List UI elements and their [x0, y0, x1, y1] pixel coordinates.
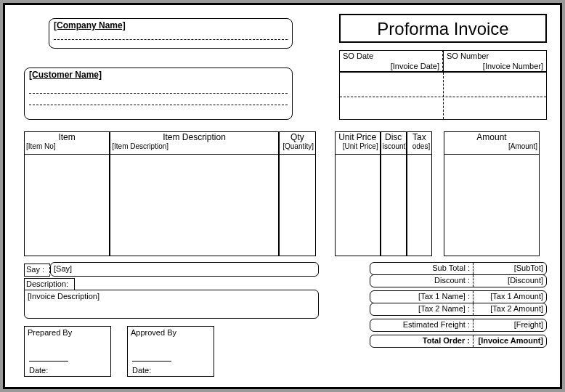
so-date-field: [Invoice Date]	[391, 62, 439, 70]
col-tax-field: odes]	[409, 142, 431, 150]
freight-label: Estimated Freight :	[370, 319, 473, 331]
signature-line	[29, 361, 68, 362]
divider	[340, 97, 546, 97]
col-amount-field: [Amount]	[446, 142, 537, 150]
so-header-row[interactable]: SO Date [Invoice Date] SO Number [Invoic…	[339, 50, 547, 72]
col-amount-header: Amount	[444, 132, 539, 142]
discount-value: [Discount]	[473, 275, 546, 287]
so-detail-grid[interactable]	[339, 72, 547, 120]
invoice-title[interactable]: Proforma Invoice	[339, 14, 547, 43]
divider	[29, 93, 288, 94]
divider	[443, 73, 444, 119]
so-number-field: [Invoice Number]	[483, 62, 543, 70]
tax2-label: [Tax 2 Name] :	[370, 303, 473, 315]
report-designer-canvas[interactable]: [Company Name] Proforma Invoice [Custome…	[0, 0, 565, 392]
so-number-header: SO Number	[447, 52, 489, 60]
customer-name-box[interactable]: [Customer Name]	[24, 68, 293, 120]
date-label: Date:	[132, 366, 151, 375]
total-order-label: Total Order :	[370, 335, 473, 347]
freight-value: [Freight]	[473, 319, 546, 331]
col-desc-header: Item Description	[110, 132, 278, 142]
prepared-by-label: Prepared By	[28, 328, 72, 337]
tax1-label: [Tax 1 Name] :	[370, 291, 473, 303]
col-item-field: [Item No]	[26, 142, 56, 150]
company-name-field: [Company Name]	[54, 20, 126, 30]
description-label: Description:	[24, 278, 75, 290]
table-header[interactable]: Item[Item No] Item Description[Item Desc…	[24, 131, 540, 155]
col-item-header: Item	[25, 132, 109, 142]
tax1-value: [Tax 1 Amount]	[473, 291, 546, 303]
so-date-header: SO Date	[343, 52, 373, 60]
prepared-by-box[interactable]: Prepared By Date:	[24, 326, 111, 377]
say-label: Say :	[24, 264, 50, 277]
company-name-box[interactable]: [Company Name]	[49, 18, 293, 49]
totals-section[interactable]: Sub Total :[SubTot] Discount :[Discount]…	[370, 262, 547, 348]
divider	[54, 39, 288, 40]
col-disc-field: iscount]	[383, 142, 405, 150]
approved-by-label: Approved By	[131, 328, 176, 337]
col-tax-header: Tax	[407, 132, 432, 142]
subtotal-label: Sub Total :	[370, 263, 473, 274]
col-disc-header: Disc	[381, 132, 406, 142]
signature-line	[132, 361, 171, 362]
subtotal-value: [SubTot]	[473, 263, 546, 274]
total-order-value: [Invoice Amount]	[473, 335, 546, 347]
col-desc-field: [Item Description]	[112, 142, 168, 150]
discount-label: Discount :	[370, 275, 473, 287]
description-field[interactable]: [Invoice Description]	[24, 290, 319, 319]
col-unitprice-field: [Unit Price]	[337, 142, 378, 150]
col-qty-header: Qty	[280, 132, 315, 142]
say-field[interactable]: [Say]	[50, 262, 319, 277]
tax2-value: [Tax 2 Amount]	[473, 303, 546, 315]
approved-by-box[interactable]: Approved By Date:	[127, 326, 214, 377]
date-label: Date:	[29, 366, 48, 375]
col-unitprice-header: Unit Price	[336, 132, 380, 142]
customer-name-field: [Customer Name]	[29, 70, 102, 80]
divider	[29, 105, 288, 105]
report-page[interactable]: [Company Name] Proforma Invoice [Custome…	[3, 3, 562, 389]
table-body[interactable]	[24, 155, 540, 256]
col-qty-field: [Quantity]	[281, 142, 314, 150]
